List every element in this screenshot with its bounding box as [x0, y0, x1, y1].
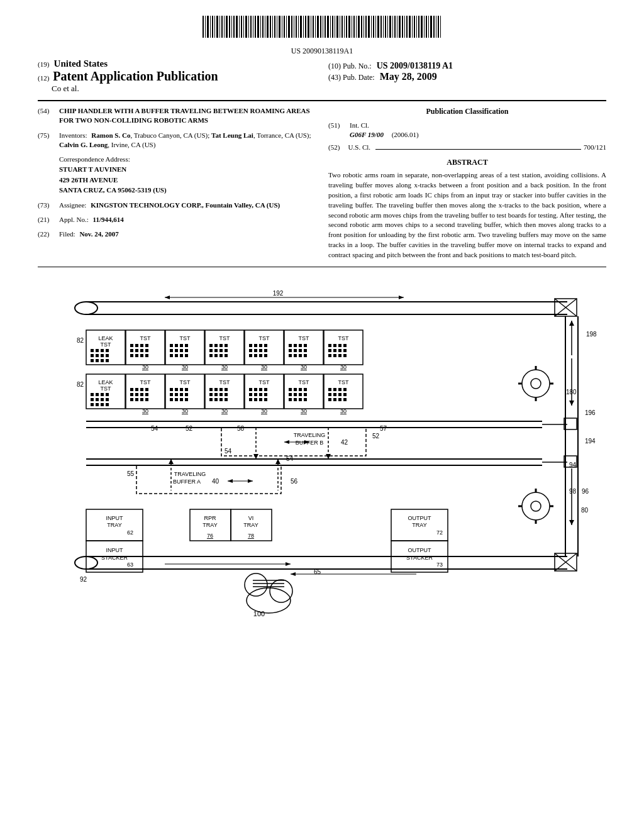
svg-rect-274: [304, 388, 307, 391]
svg-rect-261: [264, 388, 267, 391]
doc-type-line: (12) Patent Application Publication: [38, 69, 316, 84]
svg-rect-79: [392, 16, 393, 38]
svg-rect-268: [259, 398, 262, 401]
label-192: 192: [273, 290, 284, 297]
svg-rect-92: [424, 16, 425, 38]
svg-rect-90: [418, 16, 419, 38]
svg-rect-50: [323, 16, 323, 38]
label-82-bot: 82: [77, 381, 84, 388]
pub-no-value: US 2009/0138119 A1: [377, 61, 453, 71]
svg-rect-190: [299, 354, 302, 357]
svg-rect-75: [383, 16, 384, 38]
svg-rect-15: [239, 16, 240, 38]
header-left: (19) United States (12) Patent Applicati…: [38, 58, 316, 94]
svg-marker-355: [291, 572, 296, 576]
svg-rect-180: [289, 344, 292, 347]
svg-rect-185: [294, 349, 297, 352]
svg-rect-65: [358, 16, 360, 38]
svg-rect-212: [101, 398, 104, 401]
svg-rect-138: [140, 354, 143, 357]
label-57: 57: [380, 425, 387, 432]
svg-rect-158: [209, 349, 213, 352]
svg-point-344: [247, 588, 291, 613]
svg-rect-255: [219, 398, 223, 401]
svg-rect-42: [303, 16, 304, 38]
diagram-svg: 192 198 82 LEAK TST: [39, 274, 605, 626]
svg-rect-17: [243, 16, 244, 38]
svg-rect-18: [245, 16, 247, 38]
svg-rect-76: [385, 16, 386, 38]
svg-rect-120: [96, 354, 99, 357]
svg-rect-135: [145, 349, 148, 352]
svg-rect-286: [338, 388, 341, 391]
svg-rect-116: [96, 349, 99, 352]
svg-rect-254: [214, 398, 218, 401]
svg-rect-150: [175, 354, 178, 357]
tst-r1c1: TST: [140, 335, 152, 341]
corr-name: STUART T AUVINEN: [59, 164, 316, 175]
correspondence-block: Correspondence Address: STUART T AUVINEN…: [59, 154, 316, 196]
svg-rect-85: [406, 16, 408, 38]
svg-rect-137: [135, 354, 138, 357]
svg-rect-156: [219, 344, 223, 347]
svg-rect-207: [96, 393, 99, 396]
svg-rect-219: [130, 388, 133, 391]
svg-rect-214: [91, 403, 94, 406]
svg-rect-131: [145, 344, 148, 347]
label-98: 98: [569, 488, 577, 495]
svg-rect-78: [389, 16, 391, 38]
svg-rect-134: [140, 349, 143, 352]
svg-point-342: [245, 573, 267, 596]
svg-rect-125: [101, 359, 104, 362]
tst-r1c3: TST: [219, 335, 231, 341]
svg-rect-38: [294, 16, 294, 38]
svg-rect-53: [330, 16, 331, 38]
svg-rect-170: [264, 344, 267, 347]
svg-rect-263: [254, 393, 257, 396]
traveling-buffer-b-label: TRAVELING: [294, 432, 325, 438]
svg-rect-129: [135, 344, 138, 347]
svg-rect-49: [320, 16, 321, 38]
tst-r1c2: TST: [180, 335, 191, 341]
svg-rect-217: [106, 403, 109, 406]
svg-rect-77: [387, 16, 388, 38]
svg-rect-94: [428, 16, 429, 38]
svg-rect-93: [426, 16, 427, 38]
svg-rect-233: [175, 388, 178, 391]
svg-rect-95: [430, 16, 432, 38]
svg-rect-44: [308, 16, 309, 38]
n30-r1c4: 30: [261, 364, 267, 370]
svg-rect-68: [365, 16, 367, 38]
svg-rect-189: [294, 354, 297, 357]
left-column: (54) CHIP HANDLER WITH A BUFFER TRAVELIN…: [38, 106, 316, 260]
appl-label: Appl. No.:: [59, 216, 89, 223]
svg-marker-357: [286, 562, 291, 566]
int-cl-label: Int. Cl.: [350, 121, 369, 129]
svg-rect-194: [333, 344, 336, 347]
label-78: 78: [248, 533, 254, 539]
svg-rect-142: [175, 344, 178, 347]
svg-rect-243: [185, 398, 188, 401]
svg-rect-64: [356, 16, 357, 38]
svg-rect-67: [364, 16, 364, 38]
traveling-buffer-a-label: TRAVELING: [174, 471, 206, 477]
svg-marker-322: [169, 459, 174, 464]
svg-rect-61: [348, 16, 350, 38]
inventors-text: Ramon S. Co, Trabuco Canyon, CA (US); Ta…: [59, 131, 311, 148]
filed-body: Filed: Nov. 24, 2007: [59, 230, 119, 239]
svg-rect-22: [255, 16, 256, 38]
svg-rect-211: [96, 398, 99, 401]
svg-rect-260: [259, 388, 262, 391]
svg-rect-206: [91, 393, 94, 396]
svg-rect-24: [260, 16, 261, 38]
header-section: (19) United States (12) Patent Applicati…: [38, 58, 606, 94]
tst-r2c1: TST: [140, 379, 152, 385]
svg-rect-7: [219, 16, 220, 38]
svg-rect-193: [328, 344, 331, 347]
svg-rect-210: [91, 398, 94, 401]
svg-rect-146: [175, 349, 178, 352]
n30-r1c6: 30: [340, 364, 347, 370]
leak-tst-label-r2: LEAK: [98, 379, 113, 385]
svg-rect-203: [338, 354, 341, 357]
corr-addr1: 429 26TH AVENUE: [59, 175, 316, 185]
